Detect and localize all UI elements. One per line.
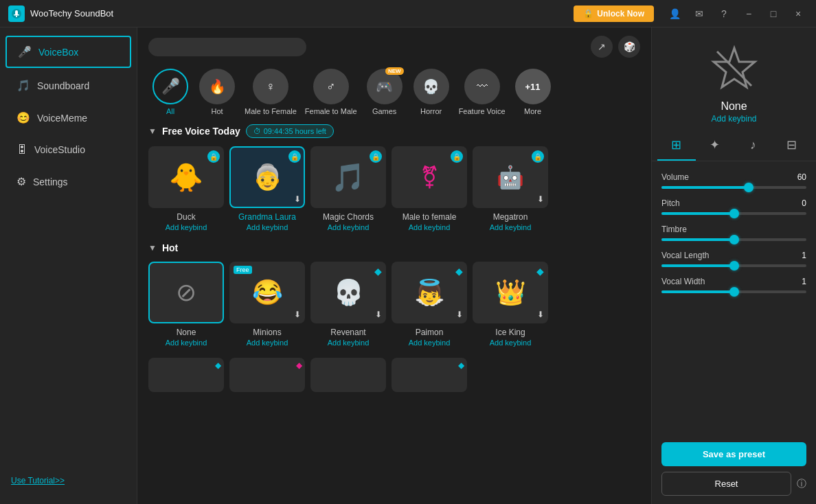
vocal-length-label: Vocal Length bbox=[661, 251, 709, 260]
voice-keybind-grandma[interactable]: Add keybind bbox=[247, 223, 288, 231]
volume-slider-track[interactable] bbox=[661, 186, 806, 189]
vocal-width-slider-track[interactable] bbox=[661, 290, 806, 293]
vocal-width-slider-thumb[interactable] bbox=[729, 287, 739, 297]
sidebar-item-settings[interactable]: ⚙ Settings bbox=[5, 167, 131, 196]
reset-button[interactable]: Reset bbox=[661, 472, 791, 496]
microphone-icon: 🎤 bbox=[18, 45, 32, 58]
category-all-circle: 🎤 bbox=[152, 69, 188, 104]
sidebar-bottom: Use Tutorial>> bbox=[0, 463, 137, 497]
minimize-button[interactable]: − bbox=[739, 4, 758, 23]
category-horror-label: Horror bbox=[420, 107, 442, 116]
volume-slider-thumb[interactable] bbox=[744, 183, 753, 192]
category-male-to-female[interactable]: ♀ Male to Female bbox=[242, 66, 299, 119]
volume-control: Volume 60 bbox=[661, 172, 806, 189]
lock-icon-m2f: 🔒 bbox=[451, 150, 463, 163]
free-today-header: ▼ Free Voice Today ⏱ 09:44:35 hours left bbox=[148, 124, 640, 138]
help-icon[interactable]: ? bbox=[714, 4, 734, 23]
main-container: 🎤 VoiceBox 🎵 Soundboard 😊 VoiceMeme 🎛 Vo… bbox=[0, 27, 816, 504]
voice-thumb-paimon: 👼 ◆ ⬇ bbox=[392, 262, 467, 323]
diamond-more-2: ◆ bbox=[296, 360, 302, 370]
voice-thumb-minions: 😂 Free ⬇ bbox=[229, 262, 305, 323]
category-horror[interactable]: 💀 Horror bbox=[409, 66, 453, 119]
preset-keybind[interactable]: Add keybind bbox=[711, 114, 756, 124]
info-icon[interactable]: ⓘ bbox=[797, 478, 806, 490]
voice-card-ice-king[interactable]: 👑 ◆ ⬇ Ice King Add keybind bbox=[473, 262, 548, 347]
voice-keybind-megatron[interactable]: Add keybind bbox=[490, 223, 532, 231]
diamond-icon-paimon: ◆ bbox=[455, 266, 463, 277]
category-more-circle: +11 bbox=[515, 69, 551, 104]
voice-card-none[interactable]: ⊘ None Add keybind bbox=[148, 262, 224, 347]
voice-name-minions: Minions bbox=[253, 328, 281, 337]
tutorial-link[interactable]: Use Tutorial>> bbox=[11, 476, 65, 485]
voice-card-duck[interactable]: 🐥 🔒 Duck Add keybind bbox=[148, 146, 224, 231]
voice-keybind-revenant[interactable]: Add keybind bbox=[328, 339, 370, 347]
voice-thumb-grandma: 👵 🔒 ⬇ bbox=[229, 146, 305, 208]
voice-name-megatron: Megatron bbox=[493, 212, 528, 222]
sidebar-item-voicestudio[interactable]: 🎛 VoiceStudio bbox=[5, 135, 131, 164]
category-feature-voice[interactable]: 〰 Feature Voice bbox=[456, 66, 508, 119]
voice-card-m2f[interactable]: ⚧ 🔒 Male to female Add keybind bbox=[392, 146, 467, 231]
voice-name-paimon: Paimon bbox=[416, 328, 444, 337]
timbre-slider-thumb[interactable] bbox=[729, 235, 739, 244]
volume-label: Volume bbox=[661, 172, 689, 182]
vocal-length-slider-thumb[interactable] bbox=[729, 261, 739, 271]
voice-thumb-magic: 🎵 🔒 bbox=[310, 146, 386, 208]
voice-card-magic[interactable]: 🎵 🔒 Magic Chords Add keybind bbox=[310, 146, 386, 231]
pitch-label-row: Pitch 0 bbox=[661, 198, 806, 208]
sidebar-item-soundboard[interactable]: 🎵 Soundboard bbox=[5, 71, 131, 100]
voice-keybind-minions[interactable]: Add keybind bbox=[247, 339, 288, 347]
vocal-length-slider-track[interactable] bbox=[661, 264, 806, 267]
f2m-icon: ♂ bbox=[326, 80, 336, 94]
category-all[interactable]: 🎤 All bbox=[148, 66, 192, 119]
search-input[interactable] bbox=[148, 38, 306, 56]
voice-keybind-m2f[interactable]: Add keybind bbox=[409, 223, 451, 231]
voice-keybind-magic[interactable]: Add keybind bbox=[328, 223, 370, 231]
timer-text: 09:44:35 hours left bbox=[264, 127, 326, 135]
profile-icon[interactable]: 👤 bbox=[665, 4, 684, 23]
voice-card-megatron[interactable]: 🤖 🔒 ⬇ Megatron Add keybind bbox=[473, 146, 548, 231]
mail-icon[interactable]: ✉ bbox=[690, 4, 709, 23]
sidebar-item-voicememe[interactable]: 😊 VoiceMeme bbox=[5, 103, 131, 133]
free-today-arrow[interactable]: ▼ bbox=[148, 126, 157, 136]
voice-keybind-ice-king[interactable]: Add keybind bbox=[490, 339, 532, 347]
maximize-button[interactable]: □ bbox=[764, 4, 783, 23]
voice-thumb-none: ⊘ bbox=[148, 262, 224, 323]
m2f-emoji: ⚧ bbox=[420, 164, 439, 190]
feature-icon: 〰 bbox=[477, 80, 488, 93]
category-more[interactable]: +11 More bbox=[511, 66, 555, 119]
voice-name-grandma: Grandma Laura bbox=[238, 212, 296, 222]
category-games[interactable]: 🎮 NEW Games bbox=[363, 66, 407, 119]
export-icon[interactable]: ↗ bbox=[591, 36, 613, 58]
voice-card-grandma[interactable]: 👵 🔒 ⬇ Grandma Laura Add keybind bbox=[229, 146, 305, 231]
unlock-button[interactable]: 🔒 Unlock Now bbox=[574, 5, 654, 22]
category-female-to-male[interactable]: ♂ Female to Male bbox=[302, 66, 360, 119]
close-button[interactable]: × bbox=[789, 4, 808, 23]
sidebar-item-voicebox[interactable]: 🎤 VoiceBox bbox=[5, 36, 131, 68]
voice-thumb-ice-king: 👑 ◆ ⬇ bbox=[473, 262, 548, 323]
category-hot[interactable]: 🔥 Hot bbox=[195, 66, 239, 119]
random-icon[interactable]: 🎲 bbox=[618, 36, 640, 58]
pitch-slider-track[interactable] bbox=[661, 212, 806, 215]
tab-effects[interactable]: ✦ bbox=[696, 130, 734, 161]
more-card-2: ◆ bbox=[229, 358, 305, 392]
voice-keybind-none[interactable]: Add keybind bbox=[166, 339, 207, 347]
category-all-label: All bbox=[166, 107, 174, 116]
tab-music[interactable]: ♪ bbox=[734, 130, 773, 161]
save-preset-button[interactable]: Save as preset bbox=[661, 442, 806, 466]
hot-title: Hot bbox=[162, 242, 178, 253]
voice-card-paimon[interactable]: 👼 ◆ ⬇ Paimon Add keybind bbox=[392, 262, 467, 347]
tab-advanced[interactable]: ⊟ bbox=[772, 130, 811, 161]
tab-general[interactable]: ⊞ bbox=[657, 130, 696, 161]
voice-keybind-duck[interactable]: Add keybind bbox=[166, 223, 207, 231]
search-area: ↗ 🎲 bbox=[137, 27, 651, 63]
voice-card-minions[interactable]: 😂 Free ⬇ Minions Add keybind bbox=[229, 262, 305, 347]
pitch-slider-thumb[interactable] bbox=[729, 209, 739, 218]
category-more-label: More bbox=[524, 107, 541, 116]
voice-keybind-paimon[interactable]: Add keybind bbox=[409, 339, 451, 347]
timbre-slider-track[interactable] bbox=[661, 238, 806, 241]
category-games-label: Games bbox=[372, 107, 396, 116]
voice-card-revenant[interactable]: 💀 ◆ ⬇ Revenant Add keybind bbox=[310, 262, 386, 347]
hot-arrow[interactable]: ▼ bbox=[148, 243, 157, 253]
voice-name-none: None bbox=[177, 328, 196, 337]
category-hot-circle: 🔥 bbox=[199, 69, 235, 104]
